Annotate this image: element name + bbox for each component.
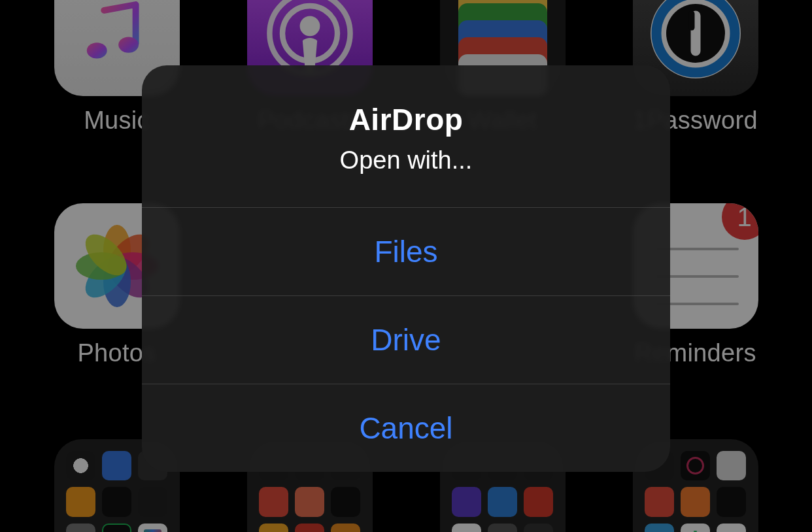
sheet-subtitle: Open with... — [155, 146, 657, 175]
sheet-header: AirDrop Open with... — [142, 65, 670, 207]
sheet-title: AirDrop — [155, 102, 657, 137]
option-files[interactable]: Files — [142, 207, 670, 295]
option-drive[interactable]: Drive — [142, 295, 670, 384]
airdrop-open-with-sheet: AirDrop Open with... Files Drive Cancel — [142, 65, 670, 472]
option-cancel[interactable]: Cancel — [142, 384, 670, 472]
